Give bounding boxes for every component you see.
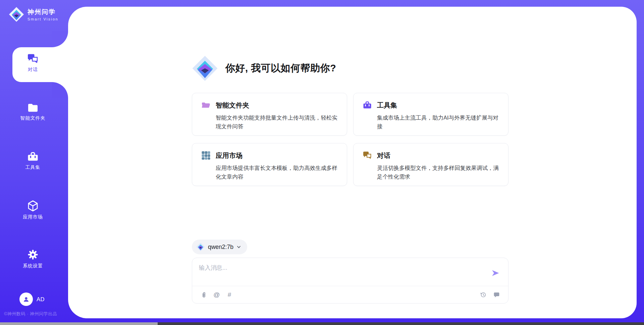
send-icon xyxy=(491,268,500,278)
brand-name: 神州问学 xyxy=(28,8,58,16)
folder-icon xyxy=(26,102,39,113)
model-name: qwen2:7b xyxy=(208,244,233,251)
card-description: 智能文件夹功能支持批量文件上传与清洗，轻松实现文件问答 xyxy=(216,113,338,131)
brand-subtitle: Smart Vision xyxy=(28,17,58,21)
chevron-down-icon xyxy=(236,245,241,249)
sidebar-item-smart-folder[interactable]: 智能文件夹 xyxy=(0,102,66,121)
topic-button[interactable]: # xyxy=(225,290,234,299)
card-description: 应用市场提供丰富长文本模板，助力高效生成多样化文章内容 xyxy=(216,164,338,181)
sidebar-item-app-market[interactable]: 应用市场 xyxy=(0,200,66,220)
message-input[interactable] xyxy=(199,264,487,283)
main-content: 你好, 我可以如何帮助你? 智能文件夹 智能文件夹功能支持批量文件上传与清洗，轻… xyxy=(192,7,508,318)
new-chat-button[interactable] xyxy=(492,290,501,299)
card-chat[interactable]: 对话 灵活切换多模型文件，支持多样回复效果调试，满足个性化需求 xyxy=(353,143,508,186)
sidebar-item-label: 工具集 xyxy=(25,165,41,171)
send-button[interactable] xyxy=(490,268,501,278)
card-title: 智能文件夹 xyxy=(216,101,249,110)
folder-open-icon xyxy=(201,100,211,110)
card-app-market[interactable]: 应用市场 应用市场提供丰富长文本模板，助力高效生成多样化文章内容 xyxy=(192,143,347,186)
gear-icon xyxy=(27,249,39,261)
scrollbar-thumb[interactable] xyxy=(0,322,158,325)
sidebar-item-label: 系统设置 xyxy=(23,263,43,269)
sidebar-item-settings[interactable]: 系统设置 xyxy=(0,249,66,269)
main-panel: 你好, 我可以如何帮助你? 智能文件夹 智能文件夹功能支持批量文件上传与清洗，轻… xyxy=(68,7,637,318)
sidebar-item-label: 对话 xyxy=(28,67,38,73)
user-profile[interactable]: AD xyxy=(19,292,45,306)
sidebar-item-toolset[interactable]: 工具集 xyxy=(0,151,66,171)
history-button[interactable] xyxy=(479,290,487,299)
chat-bubble-icon xyxy=(493,291,500,298)
page-title: 你好, 我可以如何帮助你? xyxy=(225,62,336,75)
horizontal-scrollbar xyxy=(0,322,644,325)
message-composer: @ # xyxy=(192,258,508,304)
chat-icon xyxy=(26,53,39,64)
chat-icon xyxy=(362,150,372,160)
card-description: 灵活切换多模型文件，支持多样回复效果调试，满足个性化需求 xyxy=(377,164,499,181)
toolbox-icon xyxy=(362,100,372,110)
avatar xyxy=(19,292,33,306)
model-diamond-icon xyxy=(196,243,205,251)
card-title: 工具集 xyxy=(377,101,397,110)
card-title: 应用市场 xyxy=(216,151,243,160)
composer-toolbar: @ # xyxy=(192,286,508,303)
user-initials: AD xyxy=(37,296,45,303)
card-description: 集成市场上主流工具，助力AI与外界无缝扩展与对接 xyxy=(377,113,499,131)
card-title: 对话 xyxy=(377,151,390,160)
brand-diamond-icon xyxy=(192,55,218,81)
card-toolset[interactable]: 工具集 集成市场上主流工具，助力AI与外界无缝扩展与对接 xyxy=(353,93,508,136)
person-icon xyxy=(22,295,30,303)
attachment-button[interactable] xyxy=(200,290,208,299)
grid-icon xyxy=(201,150,211,160)
brand-diamond-icon xyxy=(9,7,24,22)
history-clock-icon xyxy=(480,291,487,298)
feature-cards: 智能文件夹 智能文件夹功能支持批量文件上传与清洗，轻松实现文件问答 工具集 集成… xyxy=(192,93,508,186)
card-smart-folder[interactable]: 智能文件夹 智能文件夹功能支持批量文件上传与清洗，轻松实现文件问答 xyxy=(192,93,347,136)
greeting-row: 你好, 我可以如何帮助你? xyxy=(192,55,508,81)
sidebar-item-label: 智能文件夹 xyxy=(20,115,46,121)
sidebar-item-chat[interactable]: 对话 xyxy=(0,53,66,73)
mention-button[interactable]: @ xyxy=(212,290,221,299)
model-selector[interactable]: qwen2:7b xyxy=(192,240,247,254)
app-logo: 神州问学 Smart Vision xyxy=(9,7,58,22)
cube-icon xyxy=(26,200,39,212)
paperclip-icon xyxy=(200,291,208,299)
copyright-text: ©神州数码 · 神州问学出品 xyxy=(4,311,68,317)
toolbox-icon xyxy=(26,151,39,162)
sidebar-item-label: 应用市场 xyxy=(23,214,43,220)
composer-area: qwen2:7b @ xyxy=(192,240,508,318)
